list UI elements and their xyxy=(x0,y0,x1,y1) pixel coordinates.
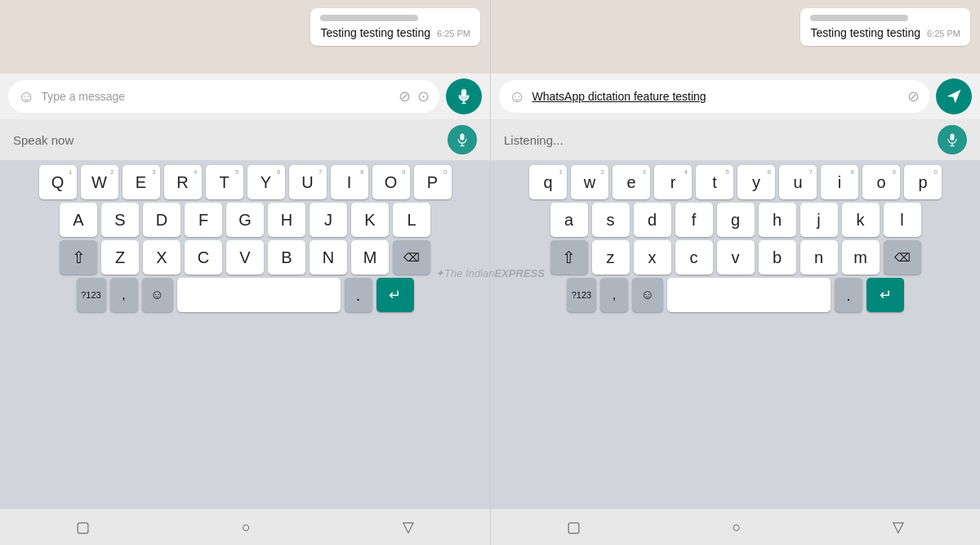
left-mic-button[interactable] xyxy=(446,78,482,114)
right-bottom-nav: ▢ ○ ▽ xyxy=(491,509,980,545)
key-T[interactable]: T5 xyxy=(206,165,243,199)
left-emoji-icon[interactable]: ☺ xyxy=(18,87,34,106)
key-Z[interactable]: Z xyxy=(101,240,139,275)
key-backspace[interactable]: ⌫ xyxy=(393,240,430,275)
key-e[interactable]: e3 xyxy=(612,165,650,199)
key-q[interactable]: q1 xyxy=(529,165,567,199)
key-P[interactable]: P0 xyxy=(414,165,452,199)
key-W[interactable]: W2 xyxy=(81,165,118,199)
key-u[interactable]: u7 xyxy=(779,165,817,199)
key-bl[interactable]: b xyxy=(759,240,796,275)
svg-rect-0 xyxy=(462,91,466,97)
key-G[interactable]: G xyxy=(226,203,264,237)
right-key-num-switch[interactable]: ?123 xyxy=(567,278,596,312)
key-J[interactable]: J xyxy=(310,203,347,237)
svg-rect-3 xyxy=(461,134,465,141)
key-V[interactable]: V xyxy=(226,240,264,275)
key-K[interactable]: K xyxy=(351,203,389,237)
key-t[interactable]: t5 xyxy=(696,165,733,199)
key-L[interactable]: L xyxy=(393,203,430,237)
left-key-row-3: ⇧ Z X C V B N M ⌫ xyxy=(3,240,487,275)
left-camera-icon[interactable]: ⊙ xyxy=(417,87,430,105)
left-nav-circle[interactable]: ○ xyxy=(242,519,251,536)
key-vl[interactable]: v xyxy=(717,240,755,275)
left-input-bar: ☺ Type a message ⊘ ⊙ xyxy=(0,74,490,119)
right-nav-triangle[interactable]: ▽ xyxy=(893,518,904,536)
right-key-space[interactable] xyxy=(667,278,831,312)
left-attach-icon[interactable]: ⊘ xyxy=(399,87,411,105)
right-attach-icon[interactable]: ⊘ xyxy=(907,87,920,105)
left-key-row-numbers: Q1 W2 E3 R4 T5 Y6 U7 I8 O9 P0 xyxy=(3,165,487,199)
left-key-row-2: A S D F G H J K L xyxy=(3,203,487,237)
right-key-comma[interactable]: , xyxy=(600,278,628,312)
key-cl[interactable]: c xyxy=(675,240,713,275)
key-nl[interactable]: n xyxy=(800,240,838,275)
right-voice-mic[interactable] xyxy=(938,125,967,154)
key-Y[interactable]: Y6 xyxy=(247,165,285,199)
key-zl[interactable]: z xyxy=(592,240,630,275)
key-p[interactable]: p0 xyxy=(904,165,942,199)
key-R[interactable]: R4 xyxy=(164,165,202,199)
key-enter[interactable]: ↵ xyxy=(376,278,414,312)
key-M[interactable]: M xyxy=(351,240,389,275)
key-O[interactable]: O9 xyxy=(372,165,410,199)
left-input-placeholder[interactable]: Type a message xyxy=(41,90,392,103)
key-comma[interactable]: , xyxy=(110,278,138,312)
key-a[interactable]: a xyxy=(550,203,588,237)
key-l[interactable]: l xyxy=(884,203,921,237)
right-key-period[interactable]: . xyxy=(835,278,862,312)
key-B[interactable]: B xyxy=(268,240,305,275)
right-voice-status: Listening... xyxy=(504,133,564,147)
key-C[interactable]: C xyxy=(185,240,222,275)
key-F[interactable]: F xyxy=(185,203,222,237)
key-space[interactable] xyxy=(177,278,341,312)
key-num-switch[interactable]: ?123 xyxy=(77,278,106,312)
right-input-field[interactable]: ☺ WhatsApp dictation feature testing ⊘ xyxy=(499,80,929,113)
right-chat-area: Testing testing testing 6:25 PM xyxy=(491,0,980,74)
key-Q[interactable]: Q1 xyxy=(39,165,77,199)
left-nav-square[interactable]: ▢ xyxy=(76,518,90,536)
right-nav-circle[interactable]: ○ xyxy=(733,519,742,536)
key-y[interactable]: y6 xyxy=(737,165,775,199)
left-nav-triangle[interactable]: ▽ xyxy=(403,518,414,536)
left-voice-mic[interactable] xyxy=(448,125,477,154)
key-r[interactable]: r4 xyxy=(654,165,692,199)
key-h[interactable]: h xyxy=(759,203,796,237)
key-A[interactable]: A xyxy=(60,203,97,237)
key-I[interactable]: I8 xyxy=(331,165,368,199)
key-X[interactable]: X xyxy=(143,240,180,275)
key-H[interactable]: H xyxy=(268,203,305,237)
left-message-text: Testing testing testing xyxy=(320,26,430,39)
right-emoji-icon[interactable]: ☺ xyxy=(509,87,525,106)
key-ml[interactable]: m xyxy=(842,240,880,275)
right-send-button[interactable] xyxy=(936,78,972,114)
key-emoji[interactable]: ☺ xyxy=(142,278,173,312)
key-E[interactable]: E3 xyxy=(122,165,160,199)
key-d[interactable]: d xyxy=(634,203,671,237)
right-key-emoji[interactable]: ☺ xyxy=(632,278,663,312)
key-D[interactable]: D xyxy=(143,203,180,237)
right-nav-square[interactable]: ▢ xyxy=(567,518,581,536)
key-S[interactable]: S xyxy=(101,203,139,237)
key-shift[interactable]: ⇧ xyxy=(60,240,97,275)
left-input-field[interactable]: ☺ Type a message ⊘ ⊙ xyxy=(8,80,439,113)
key-U[interactable]: U7 xyxy=(289,165,327,199)
key-N[interactable]: N xyxy=(310,240,347,275)
right-sender-name-bar xyxy=(810,15,908,21)
right-panel: Testing testing testing 6:25 PM ☺ WhatsA… xyxy=(490,0,980,545)
key-xl[interactable]: x xyxy=(634,240,671,275)
key-o[interactable]: o9 xyxy=(862,165,900,199)
key-k[interactable]: k xyxy=(842,203,880,237)
key-f[interactable]: f xyxy=(675,203,713,237)
key-g[interactable]: g xyxy=(717,203,755,237)
key-i[interactable]: i8 xyxy=(821,165,858,199)
right-input-value[interactable]: WhatsApp dictation feature testing xyxy=(532,90,901,103)
key-j[interactable]: j xyxy=(800,203,838,237)
right-key-enter[interactable]: ↵ xyxy=(866,278,904,312)
key-s[interactable]: s xyxy=(592,203,630,237)
right-key-row-4: ?123 , ☺ . ↵ xyxy=(494,278,977,312)
right-key-shift[interactable]: ⇧ xyxy=(550,240,588,275)
right-key-backspace[interactable]: ⌫ xyxy=(884,240,921,275)
key-period[interactable]: . xyxy=(345,278,372,312)
key-w[interactable]: w2 xyxy=(571,165,608,199)
